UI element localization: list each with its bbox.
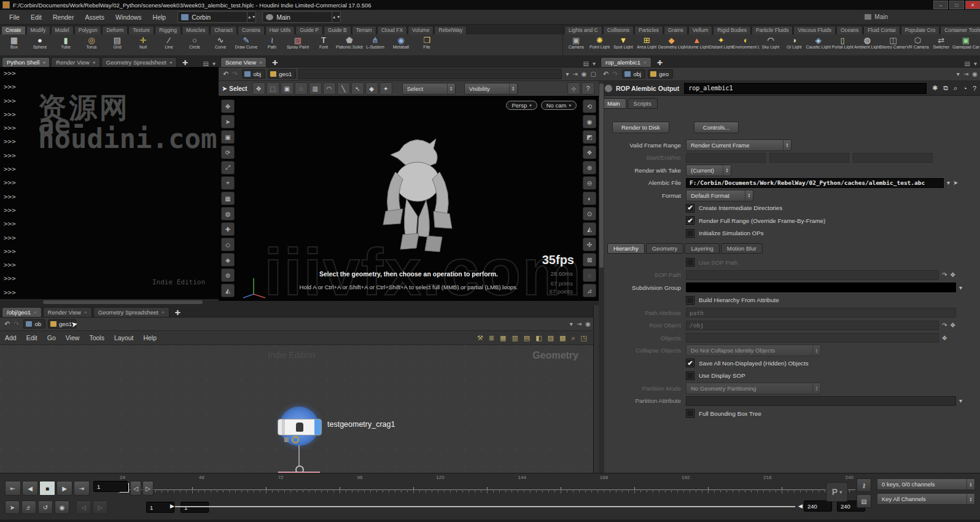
menu-item[interactable]: Render	[47, 12, 79, 23]
shelf-tab[interactable]: Texture	[128, 26, 154, 34]
full-bbox-checkbox[interactable]	[686, 409, 694, 418]
collapse-objects-dropdown[interactable]: Do Not Collapse Identity Objects▲▼	[686, 345, 821, 356]
python-shell[interactable]: >>>>>>>>>>>>>>>>>>>>>>>>>>>>>>>>>>>>>>>>…	[0, 67, 219, 299]
shelf-tab[interactable]: Vellum	[688, 26, 713, 34]
section-tab[interactable]: Geometry	[646, 243, 684, 254]
playbar-option-icon[interactable]: ↺	[38, 501, 53, 514]
node-chooser-icon[interactable]: ✥	[950, 322, 955, 329]
pane-link-icon[interactable]: ▢	[591, 71, 596, 77]
section-tab[interactable]: Motion Blur	[721, 243, 763, 254]
start-field[interactable]	[686, 153, 766, 163]
close-button[interactable]: ✕	[965, 1, 980, 9]
shelf-tab[interactable]: Polygon	[74, 26, 102, 34]
snap-icon[interactable]: ⊹	[567, 82, 580, 95]
shelf-tool[interactable]: ◆ Geometry Light	[658, 36, 684, 49]
keyframe-icon[interactable]: ▤	[857, 494, 871, 508]
path-crumb[interactable]: geo1	[268, 69, 296, 79]
menu-item[interactable]: Windows	[110, 12, 147, 23]
render-take-dropdown[interactable]: (Current)▲▼	[686, 165, 731, 176]
init-sim-checkbox[interactable]	[686, 229, 694, 238]
node-testgeometry-crag[interactable]	[278, 419, 322, 435]
help-icon[interactable]: ?	[581, 82, 594, 95]
forward-icon[interactable]: ↷	[14, 320, 19, 328]
select-mode-button[interactable]: ✥	[252, 82, 265, 95]
chevron-down-icon[interactable]: ▾	[566, 71, 569, 77]
node-header-icon[interactable]: ?	[973, 85, 976, 92]
shelf-tab[interactable]: Fluid Contai	[863, 26, 900, 34]
menu-item[interactable]: Edit	[25, 12, 47, 23]
shelf-tab[interactable]: Lights and C	[564, 26, 602, 34]
back-icon[interactable]: ↶	[223, 70, 228, 78]
param-tab[interactable]: Scripts	[628, 98, 658, 109]
pane-tab[interactable]: Python Shell◂	[2, 57, 50, 67]
right-pane-header[interactable]: Main	[865, 14, 888, 20]
close-icon[interactable]: ×	[161, 310, 165, 315]
viewport-display-icon[interactable]: ◉	[583, 115, 596, 128]
shelf-tool[interactable]: ▣ Camera	[564, 36, 588, 49]
viewport-display-icon[interactable]: ⊕	[583, 161, 596, 174]
horizontal-scrollbar[interactable]	[219, 301, 599, 305]
node-header-icon[interactable]: ⌕	[954, 84, 957, 92]
full-range-checkbox[interactable]: ✔	[686, 216, 694, 225]
viewport-display-icon[interactable]: ◐	[583, 192, 596, 205]
controls-button[interactable]: Controls...	[694, 122, 739, 133]
select-mode-button[interactable]: ✦	[379, 82, 392, 95]
playback-button[interactable]: ■	[39, 481, 55, 496]
shelf-tool[interactable]: ⬟ Platonic Solids	[336, 36, 362, 49]
shelf-tool[interactable]: ◐ Environment Light	[733, 36, 759, 49]
shelf-tab[interactable]: Modify	[26, 26, 50, 34]
viewport-display-icon[interactable]: ❖	[583, 146, 596, 159]
back-icon[interactable]: ↶	[603, 70, 609, 78]
range-end-field[interactable]: 240	[804, 501, 832, 512]
pane-menu-icon[interactable]: ▤	[203, 60, 209, 67]
path-crumb[interactable]: ob	[23, 319, 45, 329]
shelf-tab[interactable]: Charact	[210, 26, 237, 34]
step-forward-button[interactable]: ▷	[142, 481, 154, 496]
stow-icon[interactable]: ⇥	[577, 321, 581, 327]
network-menu-item[interactable]: Layout	[114, 334, 134, 341]
viewport-display-icon[interactable]: ◩	[583, 130, 596, 144]
network-toolbar-icon[interactable]: ▥	[511, 334, 518, 342]
current-frame-field[interactable]: 1	[93, 481, 128, 492]
shelf-tab[interactable]: Particles	[634, 26, 663, 34]
viewport-tool-icon[interactable]: ◇	[221, 238, 235, 251]
shelf-tab[interactable]: Deform	[102, 26, 128, 34]
shelf-tab[interactable]: Oceans	[836, 26, 863, 34]
use-display-sop-checkbox[interactable]	[686, 372, 694, 380]
frame-ruler[interactable]	[119, 482, 855, 496]
pane-tab-scene-view[interactable]: Scene View◂	[220, 57, 266, 67]
partition-mode-dropdown[interactable]: No Geometry Partitioning▲▼	[686, 383, 821, 394]
alembic-file-field[interactable]: F:/Corbin/Documents/Work/RebelWay/02_Pyt…	[686, 178, 944, 188]
shelf-tool[interactable]: ✎ Draw Curve	[233, 36, 259, 49]
new-tab-button[interactable]: ✚	[178, 59, 192, 67]
shelf-tool[interactable]: ◠ Sky Light	[759, 36, 782, 49]
shelf-tool[interactable]: ▦ Box	[1, 36, 27, 49]
viewport-tool-icon[interactable]: ✥	[221, 99, 235, 113]
back-icon[interactable]: ↶	[4, 320, 10, 328]
pane-tab-parameters[interactable]: rop_alembic1×	[601, 57, 651, 67]
viewport-display-icon[interactable]: ✣	[583, 238, 596, 251]
network-toolbar-icon[interactable]: ≣	[489, 334, 494, 342]
pane-tab[interactable]: Geometry Spreadsheet◂	[101, 57, 177, 67]
node-flags[interactable]	[284, 436, 299, 443]
valid-frame-range-dropdown[interactable]: Render Current Frame▲▼	[686, 139, 791, 151]
viewport-tool-icon[interactable]: ▦	[221, 192, 235, 205]
chevron-down-icon[interactable]: ▾	[212, 60, 216, 67]
playback-button[interactable]: ⇥	[74, 481, 90, 496]
range-end-arrow-icon[interactable]: ◀	[798, 503, 803, 509]
chevron-down-icon[interactable]: ▾	[959, 397, 962, 404]
shelf-tool[interactable]: ▲ Volume Light	[684, 36, 709, 49]
chevron-down-icon[interactable]: ▾	[570, 321, 573, 327]
network-toolbar-icon[interactable]: ◳	[581, 334, 587, 342]
network-toolbar-icon[interactable]: ⌕	[571, 334, 575, 342]
viewport-tool-icon[interactable]: ⟳	[221, 146, 235, 159]
viewport-tool-icon[interactable]: ➤	[221, 115, 235, 128]
network-toolbar-icon[interactable]: ▨	[548, 334, 554, 342]
menu-item[interactable]: Help	[147, 12, 172, 23]
camera-select-button[interactable]: No cam▾	[541, 101, 577, 110]
viewport-display-icon[interactable]: ◭	[583, 222, 596, 236]
shelf-tab[interactable]: Collisions	[603, 26, 634, 34]
shelf-tool[interactable]: ⋔ L-System	[362, 36, 388, 49]
spinner-icon[interactable]: ▲▼	[247, 12, 255, 22]
close-icon[interactable]: ×	[34, 310, 37, 315]
